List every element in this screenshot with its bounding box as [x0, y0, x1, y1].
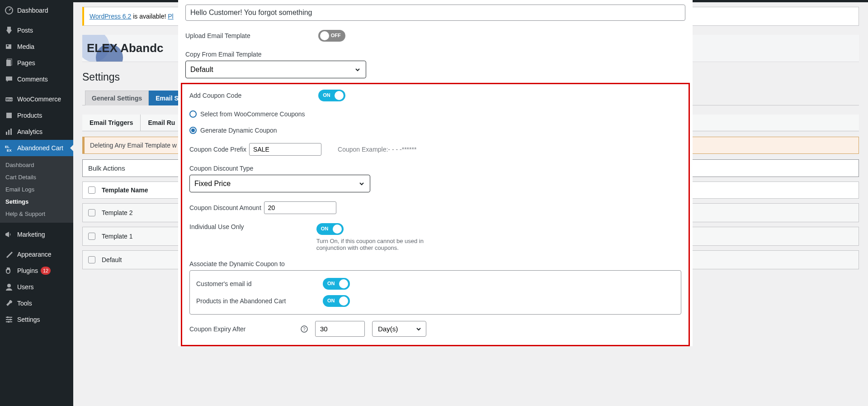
discount-type-select[interactable]: Fixed Price — [189, 175, 370, 192]
nav-media[interactable]: Media — [0, 38, 73, 55]
nav-plugins[interactable]: Plugins 12 — [0, 263, 73, 279]
nav-abandoned-label: Abandoned Cart — [17, 144, 63, 152]
nav-pages[interactable]: Pages — [0, 55, 73, 71]
copy-from-label: Copy From Email Template — [185, 51, 262, 58]
row-checkbox[interactable] — [88, 256, 95, 263]
nav-media-label: Media — [17, 43, 34, 50]
radio-woo-label: Select from WooCommerce Coupons — [200, 110, 305, 118]
nav-products-label: Products — [17, 112, 42, 119]
submenu-settings[interactable]: Settings — [0, 196, 73, 208]
subtab-triggers[interactable]: Email Triggers — [82, 115, 141, 131]
help-icon[interactable]: ? — [301, 325, 308, 333]
admin-sidebar: Dashboard Posts Media Pages Comments Woo… — [0, 2, 73, 406]
nav-comments[interactable]: Comments — [0, 71, 73, 87]
email-subject-input[interactable] — [185, 5, 685, 21]
plugins-update-badge: 12 — [41, 267, 51, 275]
submenu-email-logs[interactable]: Email Logs — [0, 183, 73, 196]
nav-comments-label: Comments — [17, 76, 48, 83]
media-icon — [5, 42, 14, 51]
subtab-rules[interactable]: Email Ru — [141, 115, 183, 131]
expiry-label: Coupon Expiry After — [189, 325, 293, 333]
elex-icon: ELEX — [5, 143, 14, 153]
associate-box: Customer's email id ON Products in the A… — [189, 270, 681, 315]
svg-point-14 — [7, 316, 9, 318]
nav-settings[interactable]: Settings — [0, 311, 73, 328]
nav-woocommerce[interactable]: Woo WooCommerce — [0, 91, 73, 107]
nav-posts[interactable]: Posts — [0, 22, 73, 38]
nav-dashboard-label: Dashboard — [17, 7, 48, 14]
comment-icon — [5, 75, 14, 84]
individual-use-label: Individual Use Only — [189, 223, 244, 230]
nav-pages-label: Pages — [17, 59, 35, 67]
pages-icon — [5, 58, 14, 67]
nav-analytics-label: Analytics — [17, 128, 42, 135]
dashboard-icon — [5, 6, 14, 15]
nav-appearance[interactable]: Appearance — [0, 246, 73, 263]
add-coupon-label: Add Coupon Code — [189, 92, 241, 99]
nav-settings-label: Settings — [17, 316, 40, 323]
radio-generate-dynamic[interactable] — [189, 127, 197, 134]
nav-marketing-label: Marketing — [17, 231, 45, 238]
template-name-cell: Template 1 — [102, 233, 132, 240]
nav-tools-label: Tools — [17, 300, 32, 307]
svg-text:EX: EX — [7, 148, 12, 153]
row-checkbox[interactable] — [88, 209, 95, 216]
svg-rect-9 — [8, 130, 9, 135]
assoc-products-toggle[interactable]: ON — [323, 295, 350, 307]
svg-rect-7 — [6, 113, 12, 118]
svg-rect-8 — [6, 132, 7, 135]
coupon-example-text: Coupon Example:- - - -****** — [338, 146, 416, 153]
discount-type-label: Coupon Discount Type — [189, 165, 253, 172]
radio-select-woo-coupon[interactable] — [189, 110, 197, 118]
upload-template-toggle[interactable]: OFF — [318, 30, 345, 42]
submenu-dashboard[interactable]: Dashboard — [0, 159, 73, 171]
assoc-email-toggle[interactable]: ON — [323, 278, 350, 290]
copy-from-select[interactable]: Default — [185, 61, 366, 78]
analytics-icon — [5, 127, 14, 136]
col-template-name: Template Name — [102, 186, 148, 194]
coupon-prefix-input[interactable] — [249, 143, 321, 156]
brush-icon — [5, 250, 14, 259]
svg-text:Woo: Woo — [5, 98, 12, 101]
assoc-email-label: Customer's email id — [196, 280, 314, 287]
plugin-icon — [5, 266, 14, 275]
discount-amount-input[interactable] — [264, 201, 336, 214]
nav-products[interactable]: Products — [0, 107, 73, 124]
pin-icon — [5, 26, 14, 35]
svg-text:?: ? — [303, 327, 306, 332]
radio-dynamic-label: Generate Dynamic Coupon — [200, 127, 277, 134]
svg-point-16 — [8, 321, 9, 323]
coupon-section-highlight: Add Coupon Code ON Select from WooCommer… — [181, 83, 690, 346]
svg-point-15 — [9, 319, 11, 320]
discount-amount-label: Coupon Discount Amount — [189, 204, 261, 211]
row-checkbox[interactable] — [88, 233, 95, 240]
select-all-checkbox[interactable] — [88, 186, 95, 194]
individual-use-help: Turn On, if this coupon cannot be used i… — [316, 238, 425, 251]
please-update-link[interactable]: Pl — [168, 13, 173, 20]
upload-template-label: Upload Email Template — [185, 32, 250, 39]
nav-marketing[interactable]: Marketing — [0, 226, 73, 243]
template-name-cell: Default — [102, 256, 122, 263]
template-name-cell: Template 2 — [102, 209, 132, 216]
submenu-help[interactable]: Help & Support — [0, 208, 73, 220]
expiry-value-input[interactable] — [315, 321, 365, 337]
svg-point-2 — [7, 45, 9, 47]
expiry-unit-select[interactable]: Day(s) — [372, 321, 426, 337]
nav-analytics[interactable]: Analytics — [0, 124, 73, 140]
nav-tools[interactable]: Tools — [0, 295, 73, 311]
add-coupon-toggle[interactable]: ON — [318, 90, 345, 101]
nav-appearance-label: Appearance — [17, 251, 52, 258]
submenu-cart-details[interactable]: Cart Details — [0, 171, 73, 183]
tab-general[interactable]: General Settings — [85, 91, 149, 105]
nav-users[interactable]: Users — [0, 279, 73, 295]
woo-icon: Woo — [5, 95, 14, 104]
abandoned-cart-submenu: Dashboard Cart Details Email Logs Settin… — [0, 156, 73, 223]
individual-use-toggle[interactable]: ON — [316, 223, 344, 235]
user-icon — [5, 282, 14, 291]
wordpress-version-link[interactable]: WordPress 6.2 — [90, 13, 131, 20]
sliders-icon — [5, 315, 14, 324]
nav-abandoned-cart[interactable]: ELEX Abandoned Cart — [0, 140, 73, 156]
megaphone-icon — [5, 230, 14, 239]
nav-dashboard[interactable]: Dashboard — [0, 2, 73, 19]
nav-users-label: Users — [17, 283, 34, 291]
